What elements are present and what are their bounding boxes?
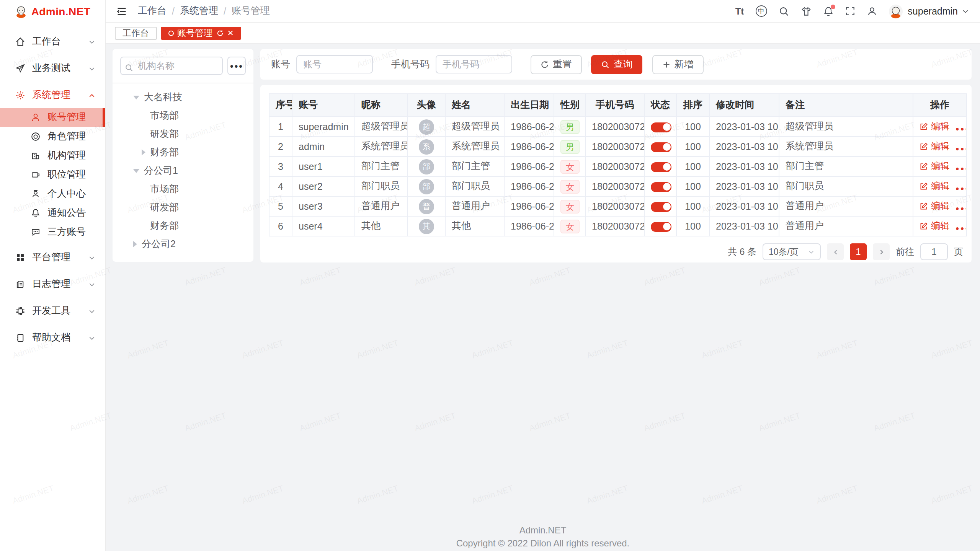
logo[interactable]: Admin.NET <box>0 0 105 23</box>
role-icon <box>31 132 41 142</box>
tree-node[interactable]: 市场部 <box>120 180 246 198</box>
page-size-select[interactable]: 10条/页 <box>763 243 821 260</box>
close-icon[interactable] <box>227 30 233 36</box>
layout-user-icon[interactable] <box>866 6 877 16</box>
home-icon <box>15 37 25 47</box>
tree-node[interactable]: 研发部 <box>120 125 246 143</box>
sidebar-menu: 工作台 业务测试 系统管理 账号管理 角色管理 <box>0 31 105 349</box>
edit-button[interactable]: 编辑 <box>920 200 949 213</box>
avatar: 超 <box>419 119 434 134</box>
prev-page-button[interactable] <box>827 243 844 260</box>
sidebar-item-log-mgmt[interactable]: 日志管理 <box>0 273 105 295</box>
sidebar-item-profile-center[interactable]: 个人中心 <box>0 184 105 204</box>
sidebar-item-system-mgmt[interactable]: 系统管理 <box>0 84 105 106</box>
status-toggle[interactable] <box>651 182 671 192</box>
search-button[interactable]: 查询 <box>591 55 643 74</box>
chevron-down-icon <box>88 334 96 342</box>
add-button[interactable]: 新增 <box>652 55 704 74</box>
avatar: 部 <box>419 159 434 174</box>
grid-icon <box>15 253 25 262</box>
next-page-button[interactable] <box>873 243 890 260</box>
fullscreen-icon[interactable] <box>845 6 855 16</box>
collapse-menu-icon[interactable] <box>116 6 127 16</box>
sidebar-item-thirdparty-account[interactable]: 三方账号 <box>0 223 105 242</box>
phone-input[interactable] <box>436 55 512 73</box>
more-actions-icon[interactable]: ●●● <box>956 185 967 192</box>
tree-node[interactable]: 分公司2 <box>120 235 246 253</box>
sidebar-item-workbench[interactable]: 工作台 <box>0 31 105 53</box>
user-icon <box>31 112 41 122</box>
tab-workbench[interactable]: 工作台 <box>115 26 157 39</box>
search-icon <box>601 60 610 68</box>
sidebar-item-position-mgmt[interactable]: 职位管理 <box>0 165 105 184</box>
send-icon <box>15 64 25 73</box>
caret-down-icon[interactable] <box>133 169 139 173</box>
org-more-button[interactable]: ●●● <box>227 57 246 75</box>
sex-badge: 男 <box>560 140 580 153</box>
edit-button[interactable]: 编辑 <box>920 160 949 173</box>
caret-right-icon[interactable] <box>133 241 137 247</box>
more-actions-icon[interactable]: ●●● <box>956 126 967 132</box>
edit-button[interactable]: 编辑 <box>920 120 949 133</box>
tab-account-mgmt[interactable]: 账号管理 <box>160 26 241 39</box>
tree-node[interactable]: 市场部 <box>120 106 246 125</box>
more-actions-icon[interactable]: ●●● <box>956 165 967 172</box>
org-tree: 大名科技 市场部 研发部 财务部 分公司1 市场部 研发部 财务部 分公司2 <box>120 88 246 253</box>
breadcrumb-workbench[interactable]: 工作台 <box>138 5 167 18</box>
tree-node[interactable]: 分公司1 <box>120 161 246 180</box>
breadcrumb-system-mgmt[interactable]: 系统管理 <box>180 5 218 18</box>
sidebar-item-notice[interactable]: 通知公告 <box>0 204 105 223</box>
sidebar-item-account-mgmt[interactable]: 账号管理 <box>0 108 105 127</box>
caret-down-icon[interactable] <box>133 95 139 99</box>
username[interactable]: superadmin <box>908 6 958 16</box>
sidebar-item-dev-tools[interactable]: 开发工具 <box>0 300 105 322</box>
user-table: 序号 账号 昵称 头像 姓名 出生日期 性别 手机号码 状态 排序 修改时间 备… <box>269 93 967 236</box>
breadcrumb-separator: / <box>172 6 175 16</box>
avatar[interactable] <box>889 4 902 18</box>
search-icon <box>125 61 133 75</box>
bell-icon <box>31 208 41 218</box>
refresh-icon[interactable] <box>216 29 223 36</box>
app-root: Admin.NET 工作台 业务测试 系统管理 账号管理 <box>0 0 980 551</box>
badge-icon <box>31 170 41 180</box>
caret-right-icon[interactable] <box>142 149 145 155</box>
tree-node[interactable]: 财务部 <box>120 143 246 161</box>
sex-badge: 女 <box>560 160 580 173</box>
theme-shirt-icon[interactable] <box>800 6 811 16</box>
reset-button[interactable]: 重置 <box>531 55 582 74</box>
status-toggle[interactable] <box>651 202 671 212</box>
status-toggle[interactable] <box>651 162 671 172</box>
status-toggle[interactable] <box>651 122 671 132</box>
breadcrumb: 工作台 / 系统管理 / 账号管理 <box>138 5 270 18</box>
sidebar-item-platform-mgmt[interactable]: 平台管理 <box>0 246 105 269</box>
more-actions-icon[interactable]: ●●● <box>956 145 967 152</box>
more-actions-icon[interactable]: ●●● <box>956 225 967 232</box>
sidebar-item-role-mgmt[interactable]: 角色管理 <box>0 127 105 146</box>
edit-button[interactable]: 编辑 <box>920 220 949 233</box>
goto-page-input[interactable] <box>920 243 948 260</box>
edit-button[interactable]: 编辑 <box>920 180 949 193</box>
search-icon[interactable] <box>778 6 789 16</box>
sex-badge: 女 <box>560 219 580 233</box>
edit-button[interactable]: 编辑 <box>920 140 949 153</box>
account-input[interactable] <box>296 55 373 73</box>
chevron-down-icon[interactable] <box>962 7 969 15</box>
plus-icon <box>662 60 671 68</box>
sidebar-item-org-mgmt[interactable]: 机构管理 <box>0 146 105 165</box>
notifications-bell-icon[interactable] <box>823 6 833 16</box>
tree-node[interactable]: 大名科技 <box>120 88 246 106</box>
tree-node[interactable]: 财务部 <box>120 217 246 235</box>
org-search-input[interactable] <box>120 57 223 75</box>
status-toggle[interactable] <box>651 142 671 152</box>
sidebar-item-business-test[interactable]: 业务测试 <box>0 57 105 80</box>
monk-logo-icon <box>15 5 28 18</box>
more-actions-icon[interactable]: ●●● <box>956 205 967 212</box>
sidebar-item-help-docs[interactable]: 帮助文档 <box>0 327 105 349</box>
page-number-current[interactable]: 1 <box>850 243 867 260</box>
tree-node[interactable]: 研发部 <box>120 198 246 217</box>
font-size-icon[interactable]: Tt <box>735 6 744 16</box>
table-row: 4 user2 部门职员 部 部门职员 1986-06-28 女 1802003… <box>269 176 967 196</box>
breadcrumb-account-mgmt: 账号管理 <box>232 5 270 18</box>
language-icon[interactable]: 中 <box>755 5 767 17</box>
status-toggle[interactable] <box>651 222 671 231</box>
